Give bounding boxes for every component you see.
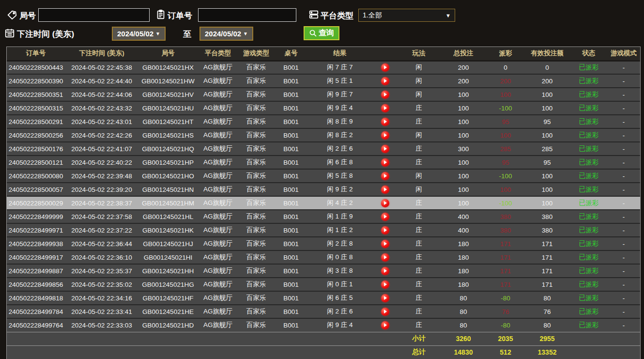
play-icon[interactable] — [381, 158, 389, 167]
cell-game-mode: - — [607, 237, 640, 250]
cell-result: 闲 1 庄 9 — [308, 210, 372, 223]
cell-round-no: GB001245021HD — [138, 318, 198, 332]
table-row[interactable]: 2405022285001762024-05-02 22:41:07GB0012… — [7, 142, 640, 156]
search-button[interactable]: 查询 — [304, 26, 339, 40]
cell-table-no: B001 — [274, 115, 308, 128]
cell-bet-time: 2024-05-02 22:40:22 — [65, 156, 138, 169]
order-no-input[interactable] — [198, 8, 296, 22]
table-row[interactable]: 2405022285001212024-05-02 22:40:22GB0012… — [7, 156, 640, 169]
grand-total-label: 总计 — [398, 345, 440, 359]
table-row[interactable]: 2405022285003512024-05-02 22:44:06GB0012… — [7, 88, 640, 101]
cell-platform: AG旗舰厅 — [198, 210, 238, 223]
cell-order-no: 240502228499818 — [7, 291, 65, 305]
cell-total-bet: 100 — [440, 183, 487, 196]
cell-status: 已派彩 — [570, 237, 607, 250]
cell-status: 已派彩 — [570, 115, 607, 128]
date-to-picker[interactable]: 2024/05/02 ▼ — [199, 27, 253, 41]
cell-play-type: 庄 — [398, 223, 440, 237]
cell-valid-bet: 0 — [524, 61, 570, 74]
cell-replay — [372, 278, 398, 291]
cell-table-no: B001 — [274, 305, 308, 318]
cell-payout: 100 — [487, 183, 524, 196]
cell-replay — [372, 223, 398, 237]
play-icon[interactable] — [381, 253, 389, 262]
play-icon[interactable] — [381, 294, 389, 302]
date-from-picker[interactable]: 2024/05/02 ▼ — [112, 27, 166, 41]
table-row[interactable]: 2405022285002912024-05-02 22:43:01GB0012… — [7, 115, 640, 128]
play-icon[interactable] — [381, 172, 389, 180]
cell-payout: -80 — [487, 318, 524, 332]
table-row[interactable]: 2405022284999712024-05-02 22:37:22GB0012… — [7, 223, 640, 237]
table-row[interactable]: 2405022285000802024-05-02 22:39:48GB0012… — [7, 169, 640, 183]
cell-round-no: GB001245021HE — [138, 305, 198, 318]
play-icon[interactable] — [381, 308, 389, 316]
cell-table-no: B001 — [274, 169, 308, 183]
cell-game-type: 百家乐 — [238, 156, 274, 169]
cell-payout: 200 — [487, 74, 524, 88]
play-icon[interactable] — [381, 63, 389, 72]
cell-payout: -100 — [487, 196, 524, 210]
table-row[interactable]: 2405022285002562024-05-02 22:42:26GB0012… — [7, 128, 640, 142]
play-icon[interactable] — [381, 104, 389, 112]
cell-round-no: GB001245021HL — [138, 210, 198, 223]
cell-replay — [372, 318, 398, 332]
table-row[interactable]: 2405022285000572024-05-02 22:39:20GB0012… — [7, 183, 640, 196]
play-icon[interactable] — [381, 145, 389, 153]
table-row[interactable]: 2405022285000292024-05-02 22:38:37GB0012… — [7, 196, 640, 210]
cell-total-bet: 100 — [440, 196, 487, 210]
cell-payout: 100 — [487, 128, 524, 142]
play-icon[interactable] — [381, 91, 389, 99]
play-icon[interactable] — [381, 213, 389, 221]
play-icon[interactable] — [381, 199, 389, 207]
cell-play-type: 闲 — [398, 88, 440, 101]
cell-payout: 100 — [487, 88, 524, 101]
play-icon[interactable] — [381, 131, 389, 140]
table-row[interactable]: 2405022284998562024-05-02 22:35:02GB0012… — [7, 278, 640, 291]
cell-order-no: 240502228499938 — [7, 237, 65, 250]
cell-result: 闲 8 庄 9 — [308, 115, 372, 128]
play-icon[interactable] — [381, 267, 389, 275]
table-row[interactable]: 2405022285003152024-05-02 22:43:32GB0012… — [7, 101, 640, 115]
clipboard-icon — [155, 9, 166, 20]
table-row[interactable]: 2405022284999382024-05-02 22:36:44GB0012… — [7, 237, 640, 250]
table-row[interactable]: 2405022285004432024-05-02 22:45:38GB0012… — [7, 61, 640, 74]
play-icon[interactable] — [381, 226, 389, 234]
play-icon[interactable] — [381, 321, 389, 329]
table-row[interactable]: 2405022284999172024-05-02 22:36:10GB0012… — [7, 250, 640, 264]
cell-total-bet: 400 — [440, 210, 487, 223]
table-row[interactable]: 2405022284997842024-05-02 22:33:41GB0012… — [7, 305, 640, 318]
table-row[interactable]: 2405022285003902024-05-02 22:44:40GB0012… — [7, 74, 640, 88]
cell-platform: AG旗舰厅 — [198, 305, 238, 318]
cell-valid-bet: 100 — [524, 101, 570, 115]
cell-game-mode: - — [607, 264, 640, 278]
play-icon[interactable] — [381, 186, 389, 194]
table-row[interactable]: 2405022284999992024-05-02 22:37:58GB0012… — [7, 210, 640, 223]
play-icon[interactable] — [381, 281, 389, 289]
table-row[interactable]: 2405022284997642024-05-02 22:33:03GB0012… — [7, 318, 640, 332]
play-icon[interactable] — [381, 240, 389, 248]
cell-round-no: GB001245021HG — [138, 278, 198, 291]
cell-platform: AG旗舰厅 — [198, 61, 238, 74]
cell-play-type: 闲 — [398, 74, 440, 88]
table-row[interactable]: 2405022284998872024-05-02 22:35:37GB0012… — [7, 264, 640, 278]
date-to-word: 至 — [183, 29, 191, 40]
cell-result: 闲 9 庄 2 — [308, 183, 372, 196]
cell-platform: AG旗舰厅 — [198, 74, 238, 88]
round-no-input[interactable] — [38, 8, 150, 22]
cell-result: 闲 2 庄 6 — [308, 305, 372, 318]
cell-bet-time: 2024-05-02 22:33:03 — [65, 318, 138, 332]
cell-table-no: B001 — [274, 88, 308, 101]
cell-round-no: GB001245021HV — [138, 88, 198, 101]
cell-round-no: GB001245021HT — [138, 115, 198, 128]
cell-game-type: 百家乐 — [238, 223, 274, 237]
play-icon[interactable] — [381, 77, 389, 85]
cell-round-no: GB001245021HQ — [138, 142, 198, 156]
cell-platform: AG旗舰厅 — [198, 250, 238, 264]
cell-play-type: 闲 — [398, 183, 440, 196]
cell-valid-bet: 100 — [524, 183, 570, 196]
cell-order-no: 240502228500390 — [7, 74, 65, 88]
play-icon[interactable] — [381, 118, 389, 126]
cell-payout: 171 — [487, 278, 524, 291]
table-row[interactable]: 2405022284998182024-05-02 22:34:16GB0012… — [7, 291, 640, 305]
platform-type-select[interactable]: 1.全部 ▼ — [358, 9, 455, 22]
